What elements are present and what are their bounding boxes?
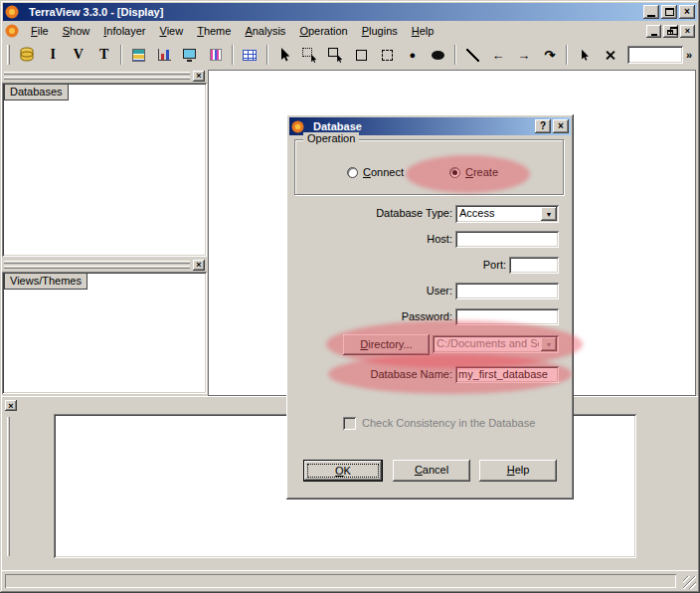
port-input[interactable] [509,257,559,274]
password-input[interactable] [455,308,559,325]
toolbar-separator [454,45,456,65]
host-input[interactable] [455,231,559,248]
menu-file[interactable]: File [24,22,56,40]
ok-button[interactable]: OK [303,460,383,482]
database-type-combo[interactable]: Access ▼ [455,205,559,223]
connect-radio-circle[interactable] [347,167,358,178]
databases-tab[interactable]: Databases [4,84,69,100]
chart-icon[interactable] [152,44,177,67]
database-type-label: Database Type: [376,207,452,219]
minimize-button[interactable] [643,5,659,19]
delete-icon[interactable] [598,44,622,67]
selection-box-icon[interactable] [375,44,400,67]
database-name-input[interactable]: my_first_database [455,366,559,383]
polygon-icon[interactable] [426,44,450,67]
maximize-button[interactable] [661,5,677,19]
operation-groupbox: Operation Connect Create [294,139,564,195]
dialog-help-icon[interactable]: ? [535,119,551,133]
import-layers-icon[interactable] [126,44,151,67]
table-grid-icon[interactable] [238,44,262,67]
dialog-title: Database [311,120,532,132]
host-label: Host: [427,233,452,245]
database-stack-icon[interactable] [15,44,40,67]
create-radio-circle[interactable] [449,167,460,178]
database-dialog: Database ? × Operation Connect Create Da… [286,114,574,499]
zoom-area-icon[interactable] [323,44,348,67]
database-name-label: Database Name: [370,368,452,380]
display-child-icon[interactable] [5,23,21,39]
toolbar-separator [566,45,568,65]
cancel-button[interactable]: Cancel [393,460,470,482]
cursor-icon[interactable] [572,44,597,67]
user-input[interactable] [455,283,559,299]
close-button[interactable]: × [679,5,695,19]
databases-panel-titlebar[interactable]: × [2,70,207,83]
point-icon[interactable]: ● [400,44,425,67]
views-panel-titlebar[interactable]: × [2,259,207,272]
toolbar-separator [266,45,268,65]
select-area-icon[interactable] [297,44,322,67]
pan-icon[interactable] [349,44,374,67]
display-monitor-icon[interactable] [177,44,202,67]
create-radio[interactable]: Create [449,166,498,178]
views-themes-panel: × Views/Themes [2,259,207,394]
pointer-icon[interactable] [272,44,297,67]
databases-tree[interactable] [2,83,207,257]
views-themes-tree[interactable] [2,272,207,394]
raster-stripes-icon[interactable] [203,44,228,67]
databases-panel: × Databases [2,70,207,257]
toolbar: I V T ● ← → ↷ » [3,41,697,69]
directory-combo[interactable]: C:/Documents and Se ▼ [433,335,559,353]
toolbar-separator [120,45,122,65]
check-consistency-checkbox[interactable] [343,417,356,430]
user-label: User: [427,285,452,296]
views-panel-close-icon[interactable]: × [193,260,205,271]
menu-infolayer[interactable]: Infolayer [96,22,152,40]
toolbar-overflow-button[interactable]: » [684,49,694,61]
forward-arrow-icon[interactable]: → [511,44,536,67]
theme-letter-button[interactable]: T [91,44,116,67]
log-panel-close-icon[interactable]: × [5,400,17,411]
window-titlebar: TerraView 3.3.0 - [Display] × [3,3,697,21]
infolayer-letter-button[interactable]: I [41,44,66,67]
help-button[interactable]: Help [479,460,557,482]
password-label: Password: [402,310,452,322]
window-title: TerraView 3.3.0 - [Display] [27,6,640,18]
menu-analysis[interactable]: Analysis [238,22,292,40]
line-edit-icon[interactable] [460,44,485,67]
toolbar-grip[interactable] [7,45,10,65]
menu-operation[interactable]: Operation [292,22,354,40]
application-window: TerraView 3.3.0 - [Display] × File Show … [0,0,700,593]
toolbar-separator [232,45,234,65]
menu-bar: File Show Infolayer View Theme Analysis … [3,21,697,41]
undo-arrow-icon[interactable]: ↷ [537,44,562,67]
mdi-minimize-button[interactable] [646,25,661,38]
dialog-close-icon[interactable]: × [553,119,569,133]
port-label: Port: [483,259,506,271]
databases-panel-close-icon[interactable]: × [193,71,205,82]
dropdown-arrow-icon[interactable]: ▼ [541,207,557,221]
menu-theme[interactable]: Theme [190,22,238,40]
check-consistency-label: Check Consistency in the Database [362,417,535,429]
views-themes-tab[interactable]: Views/Themes [4,273,88,290]
directory-button[interactable]: Directory... [343,334,430,355]
connect-radio[interactable]: Connect [347,166,404,178]
mdi-restore-button[interactable] [663,25,678,38]
menu-show[interactable]: Show [56,22,97,40]
mdi-close-button[interactable]: × [680,25,695,38]
status-bar [2,570,698,591]
view-letter-button[interactable]: V [66,44,90,67]
resize-grip[interactable] [683,576,696,589]
status-message-area [5,574,676,588]
log-panel-grip[interactable] [7,417,10,556]
toolbar-combo[interactable] [627,46,682,64]
menu-view[interactable]: View [152,22,190,40]
terraview-logo-icon [5,4,21,20]
operation-legend: Operation [303,132,359,144]
dropdown-arrow-icon[interactable]: ▼ [541,337,557,351]
back-arrow-icon[interactable]: ← [486,44,511,67]
menu-plugins[interactable]: Plugins [355,22,405,40]
menu-help[interactable]: Help [405,22,441,40]
